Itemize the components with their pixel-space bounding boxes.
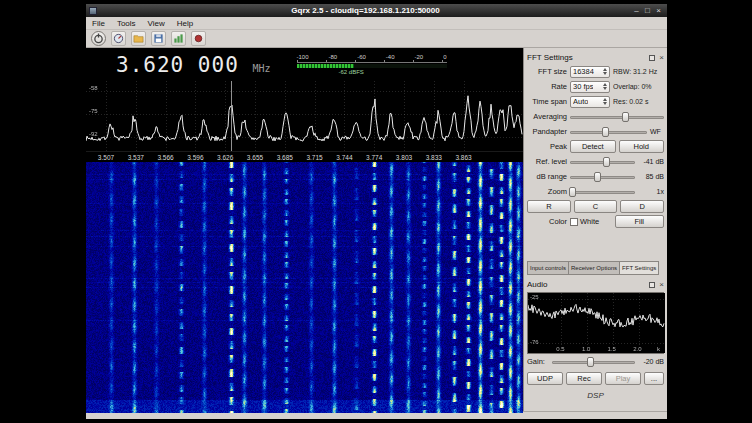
frequency-unit: MHz <box>252 63 270 74</box>
window-title: Gqrx 2.5 - cloudiq=192.168.1.210:50000 <box>100 6 631 15</box>
signal-meter: -100-80-60-40-200 -62 dBFS <box>297 54 447 75</box>
zoom-label: Zoom <box>527 187 567 196</box>
rate-label: Rate <box>527 82 567 91</box>
white-checkbox[interactable] <box>570 218 578 226</box>
start-dsp-button[interactable] <box>91 31 106 46</box>
slider-handle[interactable] <box>603 157 610 167</box>
maximize-button[interactable]: □ <box>642 5 653 16</box>
averaging-label: Averaging <box>527 112 567 121</box>
toolbar <box>86 30 667 48</box>
spinner-icon[interactable] <box>601 68 607 75</box>
time-span-label: Time span <box>527 97 567 106</box>
zoom-reset-button[interactable]: R <box>527 200 571 213</box>
minimize-button[interactable]: – <box>631 5 642 16</box>
freq-axis-label: 3.566 <box>157 154 173 161</box>
freq-axis-label: 3.537 <box>128 154 144 161</box>
float-dock-icon[interactable] <box>649 55 655 61</box>
close-dock-icon[interactable]: × <box>659 281 664 289</box>
spectrum-canvas[interactable] <box>86 81 523 151</box>
play-button[interactable]: Play <box>605 372 641 385</box>
bookmarks-button[interactable] <box>171 31 186 46</box>
freq-axis-label: 3.863 <box>455 154 471 161</box>
rate-row: Rate 30 fps Overlap: 0% <box>527 79 664 94</box>
gqrx-window: Gqrx 2.5 - cloudiq=192.168.1.210:50000 –… <box>85 3 668 420</box>
gain-slider[interactable] <box>552 356 635 368</box>
close-dock-icon[interactable]: × <box>659 54 664 62</box>
right-panel: FFT Settings × FFT size 16384 RBW: 31.2 … <box>523 48 667 411</box>
tab-fft-settings[interactable]: FFT Settings <box>619 261 659 275</box>
menu-help[interactable]: Help <box>171 19 199 28</box>
res-note: Res: 0.02 s <box>613 98 664 105</box>
freq-axis-label: 3.803 <box>396 154 412 161</box>
audio-y-min-label: -76 <box>530 339 539 345</box>
pandapter-wf-slider[interactable] <box>570 126 647 138</box>
tab-receiver-options[interactable]: Receiver Options <box>568 261 619 275</box>
zoom-demod-button[interactable]: D <box>620 200 664 213</box>
spinner-icon[interactable] <box>601 83 607 90</box>
spectrum-waterfall-area: 3.620 000 MHz -100-80-60-40-200 -62 dBFS… <box>86 48 523 411</box>
menu-file[interactable]: File <box>86 19 111 28</box>
freq-axis-label: 3.774 <box>366 154 382 161</box>
menu-view[interactable]: View <box>142 19 171 28</box>
chart-bars-icon <box>173 33 184 44</box>
db-range-row: dB range 85 dB <box>527 169 664 184</box>
db-axis-label: -92 <box>89 131 98 137</box>
meter-reading: -62 dBFS <box>339 69 447 75</box>
rate-select[interactable]: 30 fps <box>570 81 610 93</box>
titlebar[interactable]: Gqrx 2.5 - cloudiq=192.168.1.210:50000 –… <box>86 4 667 17</box>
frequency-display[interactable]: 3.620 000 MHz <box>116 53 271 77</box>
fft-size-label: FFT size <box>527 67 567 76</box>
menu-tools[interactable]: Tools <box>111 19 142 28</box>
meter-ticks <box>297 60 447 63</box>
fft-settings-dock-header: FFT Settings × <box>527 51 664 64</box>
fft-settings-title: FFT Settings <box>527 53 573 62</box>
slider-handle[interactable] <box>622 112 629 122</box>
audio-x-tick-label: 2.0 <box>633 346 641 352</box>
gauge-icon <box>113 33 124 44</box>
iq-record-button[interactable] <box>191 31 206 46</box>
more-button[interactable]: ... <box>644 372 664 385</box>
zoom-center-button[interactable]: C <box>574 200 618 213</box>
slider-handle[interactable] <box>594 172 601 182</box>
ref-level-value: -41 dB <box>638 158 664 165</box>
meter-scale-label: 0 <box>443 54 446 60</box>
meter-scale-label: -80 <box>329 54 338 60</box>
freq-axis-label: 3.715 <box>306 154 322 161</box>
time-span-select[interactable]: Auto <box>570 96 610 108</box>
freq-axis-label: 3.833 <box>426 154 442 161</box>
db-range-value: 85 dB <box>638 173 664 180</box>
zoom-buttons-row: R C D <box>527 199 664 214</box>
peak-hold-button[interactable]: Hold <box>619 140 665 153</box>
zoom-slider[interactable] <box>570 186 635 198</box>
frequency-digits[interactable]: 3.620 000 <box>116 53 239 77</box>
waterfall-canvas[interactable] <box>86 162 523 413</box>
color-label: Color <box>527 217 567 226</box>
ref-level-slider[interactable] <box>570 156 635 168</box>
rec-button[interactable]: Rec <box>566 372 602 385</box>
io-config-button[interactable] <box>111 31 126 46</box>
peak-row: Peak Detect Hold <box>527 139 664 154</box>
app-icon <box>89 7 97 15</box>
load-settings-button[interactable] <box>131 31 146 46</box>
meter-scale-label: -40 <box>386 54 395 60</box>
fill-button[interactable]: Fill <box>615 215 665 228</box>
fft-size-select[interactable]: 16384 <box>570 66 610 78</box>
db-range-slider[interactable] <box>570 171 635 183</box>
audio-x-tick-label: 0.5 <box>556 346 564 352</box>
float-dock-icon[interactable] <box>649 282 655 288</box>
slider-handle[interactable] <box>602 127 609 137</box>
save-settings-button[interactable] <box>151 31 166 46</box>
peak-detect-button[interactable]: Detect <box>570 140 616 153</box>
tab-input-controls[interactable]: Input controls <box>527 261 568 275</box>
audio-buttons: UDP Rec Play ... <box>527 372 664 385</box>
slider-handle[interactable] <box>587 357 594 367</box>
gain-label: Gain: <box>527 357 549 366</box>
close-button[interactable]: × <box>653 5 664 16</box>
averaging-slider[interactable] <box>570 111 664 123</box>
dock-tabs: Input controls Receiver Options FFT Sett… <box>527 261 664 275</box>
spinner-icon[interactable] <box>601 98 607 105</box>
fft-plot: -58 -75 -92 <box>86 81 523 151</box>
slider-handle[interactable] <box>569 187 576 197</box>
menubar: File Tools View Help <box>86 17 667 30</box>
udp-button[interactable]: UDP <box>527 372 563 385</box>
